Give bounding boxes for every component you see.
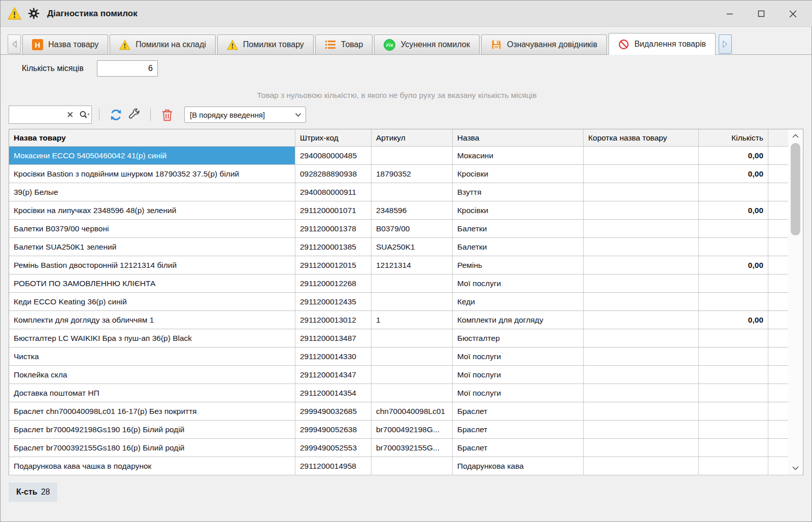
- cell-name: Браслет chn700040098Lc01 16-17(р) Без по…: [9, 402, 295, 420]
- search-options-button[interactable]: [77, 107, 91, 122]
- table-row[interactable]: Кросівки на липучках 2348596 48(р) зелен…: [9, 201, 803, 220]
- column-header-name[interactable]: Назва товару: [9, 129, 295, 146]
- table-row[interactable]: Подарункова кава чашка в подарунок 29112…: [9, 457, 803, 475]
- cell-quantity: 0,00: [699, 165, 768, 183]
- table-row[interactable]: Бюстгалтер LC WAIKIKI Бра з пуш-ап 36(р)…: [9, 329, 803, 347]
- cell-short-name: [584, 293, 699, 310]
- tab-product[interactable]: Товар: [315, 34, 373, 54]
- fix-icon: Fix: [384, 39, 395, 51]
- delete-button[interactable]: [158, 106, 176, 123]
- cell-sku: [371, 147, 453, 164]
- cell-barcode: 2911200014354: [295, 384, 371, 402]
- cell-name: Балетки B0379/00 червоні: [9, 220, 295, 237]
- cell-barcode: 2911200014330: [295, 347, 371, 365]
- toolbar-separator: [150, 109, 151, 121]
- cell-sku: 1: [371, 311, 453, 329]
- cell-barcode: 2911200013487: [295, 329, 371, 347]
- scroll-down-button[interactable]: [788, 463, 803, 474]
- maximize-button[interactable]: [746, 1, 777, 27]
- cell-category: Кеди: [453, 293, 584, 310]
- column-header-quantity[interactable]: Кількість: [699, 129, 768, 146]
- cell-name: Доставка поштомат НП: [9, 384, 295, 402]
- prohibition-icon: [618, 39, 629, 50]
- cell-sku: [371, 347, 453, 365]
- cell-short-name: [584, 201, 699, 219]
- months-count-input[interactable]: [97, 60, 158, 77]
- cell-quantity: [699, 402, 768, 420]
- table-row[interactable]: Балетки SUA250K1 зелений 2911200001385 S…: [9, 238, 803, 256]
- tab-product-name[interactable]: H Назва товару: [22, 34, 108, 54]
- table-row[interactable]: Балетки B0379/00 червоні 2911200001378 B…: [9, 220, 803, 238]
- column-header-sku[interactable]: Артикул: [371, 129, 453, 146]
- table-row[interactable]: Мокасини ECCO 54050460042 41(р) синій 29…: [9, 147, 803, 165]
- cell-sku: chn700040098Lc01: [371, 402, 453, 420]
- table-row[interactable]: Браслет chn700040098Lc01 16-17(р) Без по…: [9, 402, 803, 421]
- products-table: Назва товару Штрих-код Артикул Назва Кор…: [9, 129, 803, 475]
- tab-fix-errors[interactable]: Fix Усунення помилок: [374, 34, 480, 54]
- tabs-scroll-left-button[interactable]: [8, 34, 21, 54]
- search-input[interactable]: [9, 107, 63, 122]
- table-row[interactable]: Браслет br7000392155Gs180 16(р) Білий ро…: [9, 439, 803, 457]
- table-row[interactable]: Чистка 2911200014330 Мої послуги: [9, 347, 803, 366]
- cell-quantity: 0,00: [699, 201, 768, 219]
- cell-short-name: [584, 183, 699, 201]
- h-badge-icon: H: [32, 39, 43, 50]
- close-button[interactable]: [777, 1, 808, 27]
- tools-button[interactable]: [125, 106, 143, 123]
- cell-category: Браслет: [453, 402, 584, 420]
- cell-quantity: [699, 421, 768, 438]
- column-header-barcode[interactable]: Штрих-код: [295, 129, 371, 146]
- scroll-up-button[interactable]: [788, 130, 803, 142]
- title-bar: Діагностика помилок: [1, 1, 812, 27]
- table-row[interactable]: Ремінь Bastion двосторонній 12121314 біл…: [9, 256, 803, 274]
- cell-short-name: [584, 366, 699, 384]
- tab-delete-products[interactable]: Видалення товарів: [608, 33, 716, 55]
- cell-quantity: [699, 183, 768, 201]
- tab-define-dictionaries[interactable]: Означування довідників: [481, 34, 607, 54]
- table-row[interactable]: Доставка поштомат НП 2911200014354 Мої п…: [9, 384, 803, 402]
- warning-icon: [8, 7, 21, 20]
- minimize-button[interactable]: [714, 1, 746, 27]
- gear-icon: [27, 7, 40, 20]
- column-header-short-name[interactable]: Коротка назва товару: [584, 129, 699, 146]
- cell-short-name: [584, 165, 699, 183]
- refresh-button[interactable]: [107, 106, 125, 123]
- cell-category: Мої послуги: [453, 366, 584, 384]
- table-row[interactable]: Комплекти для догляду за обличчям 1 2911…: [9, 311, 803, 329]
- cell-name: 39(р) Белые: [9, 183, 295, 201]
- cell-name: Чистка: [9, 347, 295, 365]
- tab-label: Помилки товару: [243, 40, 304, 49]
- cell-category: Мої послуги: [453, 274, 584, 292]
- tab-label: Помилки на складі: [136, 40, 206, 49]
- chevron-left-icon: [11, 41, 17, 48]
- chevron-down-icon: [792, 466, 799, 470]
- table-row[interactable]: Кросівки Bastion з подвійним шнурком 187…: [9, 165, 803, 183]
- vertical-scrollbar[interactable]: [788, 129, 803, 475]
- cell-name: Бюстгалтер LC WAIKIKI Бра з пуш-ап 36(р)…: [9, 329, 295, 347]
- table-row[interactable]: 39(р) Белые 2940080000911 Взуття: [9, 183, 803, 201]
- clear-search-button[interactable]: ✕: [63, 107, 77, 122]
- cell-sku: [371, 274, 453, 292]
- cell-name: Подарункова кава чашка в подарунок: [9, 457, 295, 475]
- wrench-icon: [127, 108, 141, 121]
- tab-product-errors[interactable]: Помилки товару: [217, 34, 314, 54]
- table-row[interactable]: РОБОТИ ПО ЗАМОВЛЕННЮ КЛІЄНТА 29112000122…: [9, 274, 803, 293]
- table-row[interactable]: Браслет br7000492198Gs190 16(р) Білий ро…: [9, 421, 803, 439]
- tab-warehouse-errors[interactable]: Помилки на складі: [110, 34, 216, 54]
- cell-barcode: 2911200001378: [295, 220, 371, 237]
- tabs-scroll-right-button[interactable]: [719, 34, 732, 54]
- table-row[interactable]: Кеди ECCO Keating 36(р) синій 2911200012…: [9, 293, 803, 311]
- cell-name: РОБОТИ ПО ЗАМОВЛЕННЮ КЛІЄНТА: [9, 274, 295, 292]
- cell-short-name: [584, 347, 699, 365]
- sort-order-select[interactable]: [В порядку введення]: [184, 107, 306, 123]
- cell-sku: [371, 366, 453, 384]
- cell-name: Кросівки на липучках 2348596 48(р) зелен…: [9, 201, 295, 219]
- scrollbar-thumb[interactable]: [791, 143, 800, 235]
- count-value: 28: [41, 488, 50, 497]
- tab-label: Означування довідників: [507, 40, 597, 49]
- cell-sku: SUA250K1: [371, 238, 453, 256]
- column-header-category[interactable]: Назва: [453, 129, 584, 146]
- table-row[interactable]: Поклейка скла 2911200014347 Мої послуги: [9, 366, 803, 384]
- cell-category: Подарункова кава: [453, 457, 584, 475]
- cell-short-name: [584, 220, 699, 237]
